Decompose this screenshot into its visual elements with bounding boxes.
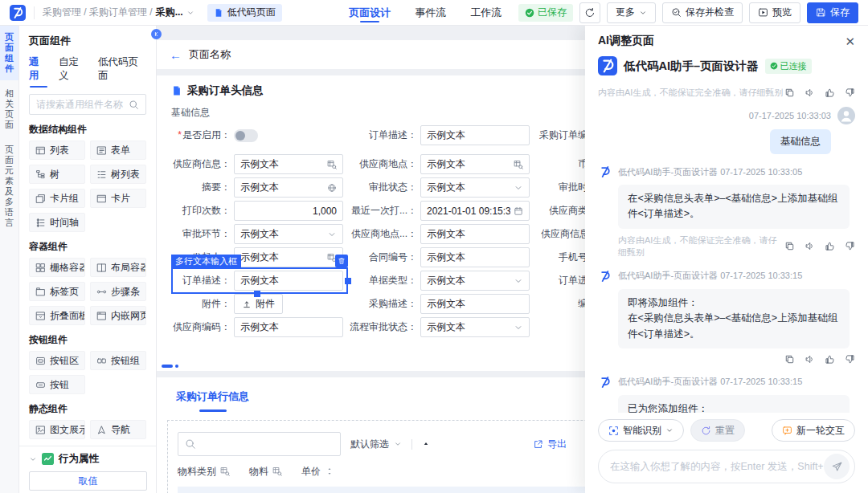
tab-lowcode-page[interactable]: 低代码页面 [207, 4, 282, 22]
component-button-area[interactable]: 按钮区 [29, 351, 85, 370]
export-button[interactable]: 导出 [533, 438, 567, 451]
copy-icon[interactable] [784, 241, 795, 251]
globe-icon[interactable] [327, 183, 337, 193]
component-list[interactable]: 列表 [29, 141, 85, 160]
component-button-group[interactable]: 按钮组 [90, 351, 146, 370]
sidebar-tab-2[interactable]: 低代码页面 [98, 55, 146, 88]
like-icon[interactable] [825, 354, 835, 365]
field-input[interactable]: 示例文本 [420, 125, 530, 145]
behavior-header[interactable]: 行为属性 [19, 446, 156, 471]
copy-icon[interactable] [784, 88, 795, 98]
field-input[interactable]: 示例文本 [420, 224, 530, 244]
calendar-icon[interactable] [514, 206, 523, 216]
refresh-button[interactable] [579, 2, 600, 23]
component-timeline[interactable]: 时间轴 [29, 213, 85, 232]
component-tree[interactable]: 树 [29, 165, 85, 184]
smart-recognize-button[interactable]: 智能识别 [598, 419, 684, 442]
dislike-icon[interactable] [845, 241, 855, 251]
resize-handle-bottom[interactable] [254, 291, 260, 297]
nav-item-0[interactable]: 页面设计 [349, 0, 391, 25]
field-input[interactable]: 示例文本 [234, 154, 343, 174]
reset-button[interactable]: 重置 [690, 419, 745, 442]
component-card-group[interactable]: 卡片组 [29, 189, 85, 208]
component-layout-container[interactable]: 布局容器 [90, 258, 146, 277]
component-image-text[interactable]: 图文展示 [29, 420, 85, 439]
breadcrumb-path[interactable]: 采购管理 / 采购订单管理 / [43, 6, 153, 19]
speaker-icon[interactable] [805, 241, 815, 251]
chevron-icon[interactable] [327, 230, 337, 239]
preview-button[interactable]: 预览 [749, 2, 800, 23]
component-search-input[interactable] [36, 99, 124, 110]
component-grid-container[interactable]: 栅格容器 [29, 258, 85, 277]
field-input[interactable]: 示例文本 [234, 271, 343, 291]
chevron-icon[interactable] [514, 183, 523, 193]
more-button[interactable]: 更多 [607, 2, 656, 23]
behavior-button-0[interactable]: 取值 [29, 471, 147, 491]
field-input[interactable]: 示例文本 [420, 317, 530, 337]
like-icon[interactable] [825, 241, 835, 251]
field-input[interactable]: 示例文本 [234, 224, 343, 244]
dislike-icon[interactable] [845, 354, 855, 365]
speaker-icon[interactable] [805, 354, 815, 365]
filter-0[interactable]: 物料类别 [178, 465, 230, 479]
field-input[interactable]: 示例文本 [420, 177, 530, 198]
chevron-icon[interactable] [514, 276, 523, 286]
collapse-toolbar-button[interactable] [422, 440, 430, 448]
back-button[interactable]: ← [170, 49, 182, 61]
field-input[interactable]: 2021-01-01 09:15:30 [420, 201, 530, 221]
grid-search-input[interactable] [178, 432, 341, 456]
component-collapse-panel[interactable]: 折叠面板 [29, 306, 85, 325]
breadcrumb-current[interactable]: 采购... [156, 6, 183, 19]
field-input[interactable]: 示例文本 [420, 247, 530, 267]
filter-1[interactable]: 物料 [249, 465, 282, 479]
resize-handle-right[interactable] [345, 278, 351, 284]
sidebar-tab-0[interactable]: 通用 [29, 55, 48, 88]
nav-item-1[interactable]: 事件流 [415, 0, 446, 25]
close-button[interactable]: ✕ [845, 35, 855, 47]
tree-icon [35, 169, 46, 180]
filter-2[interactable]: 单价 [301, 465, 334, 479]
rail-tab-2[interactable]: 页面元素及多语言 [0, 138, 18, 234]
component-steps[interactable]: 步骤条 [90, 282, 146, 301]
save-check-button[interactable]: 保存并检查 [662, 2, 743, 23]
rail-tab-0[interactable]: 页面组件 [0, 26, 18, 80]
field-input[interactable]: 示例文本 [234, 177, 343, 198]
chat-input[interactable] [610, 461, 824, 472]
delete-component-button[interactable] [335, 255, 348, 267]
component-tabs[interactable]: 标签页 [29, 282, 85, 301]
save-button[interactable]: 保存 [807, 2, 858, 23]
component-form[interactable]: 表单 [90, 141, 146, 160]
field-input[interactable]: 1,000 [234, 201, 343, 221]
selector-icon[interactable] [327, 160, 337, 169]
field-input[interactable]: 示例文本 [420, 271, 530, 291]
field-input[interactable]: 示例文本 [420, 294, 530, 314]
component-card[interactable]: 卡片 [90, 189, 146, 208]
default-filter-dropdown[interactable]: 默认筛选 [350, 438, 402, 451]
component-button[interactable]: 按钮 [29, 375, 85, 394]
collapse-panel-icon [35, 311, 46, 321]
horizontal-scrollbar[interactable] [162, 365, 178, 368]
selector-icon[interactable] [514, 160, 523, 169]
component-iframe[interactable]: 内嵌网页 [90, 306, 146, 325]
field-input[interactable]: 示例文本 [234, 247, 343, 267]
rail-tab-1[interactable]: 相关页面 [0, 82, 18, 136]
speaker-icon[interactable] [805, 88, 815, 98]
chevron-down-icon[interactable] [186, 9, 194, 17]
nav-item-2[interactable]: 工作流 [470, 0, 502, 25]
sidebar-tab-1[interactable]: 自定义 [59, 55, 88, 88]
new-round-button[interactable]: 新一轮交互 [772, 419, 855, 442]
chevron-icon[interactable] [514, 323, 523, 332]
sidebar-collapse-button[interactable] [151, 29, 162, 39]
ai-agent-header: 低代码AI助手–页面设计器 已连接 [585, 53, 868, 82]
component-nav[interactable]: 导航 [90, 420, 146, 439]
enable-toggle[interactable] [234, 129, 258, 142]
copy-icon[interactable] [784, 354, 795, 365]
send-button[interactable] [824, 454, 850, 479]
field-input[interactable]: 示例文本 [234, 317, 343, 337]
dislike-icon[interactable] [845, 88, 855, 98]
tab-order-lines[interactable]: 采购订单行信息 [171, 389, 254, 412]
message-bubble: 基础信息 [770, 129, 831, 154]
field-input[interactable]: 示例文本 [420, 154, 530, 174]
like-icon[interactable] [825, 88, 835, 98]
component-tree-list[interactable]: 树列表 [90, 165, 146, 184]
